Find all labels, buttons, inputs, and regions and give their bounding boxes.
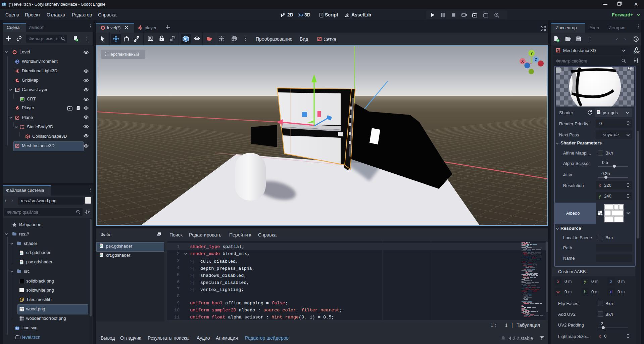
svg-text:X: X [521,59,524,64]
svg-text:Z: Z [535,57,537,62]
svg-text:Y: Y [530,51,533,56]
svg-text:DOC: DOC [634,51,640,54]
